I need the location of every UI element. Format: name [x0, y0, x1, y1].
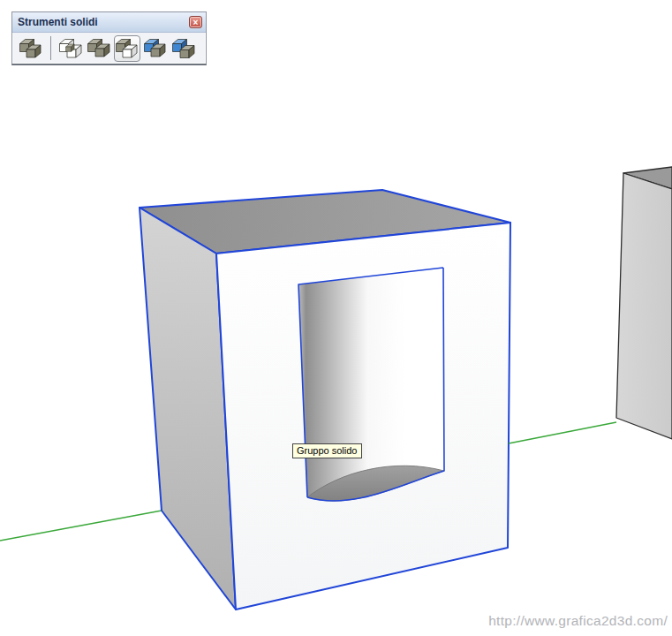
viewport-3d [0, 0, 672, 636]
solid-group-box[interactable] [140, 190, 510, 610]
tool-button-subtract[interactable] [114, 35, 140, 62]
solid-group-tooltip: Gruppo solido [292, 443, 362, 458]
outer-shell-icon [19, 39, 42, 58]
tool-button-intersect[interactable] [57, 35, 84, 62]
close-button[interactable]: × [189, 16, 202, 28]
toolbar-buttons-row [12, 33, 206, 64]
green-axis-right [509, 422, 616, 443]
tool-button-trim[interactable] [142, 35, 169, 62]
subtract-icon [116, 39, 139, 58]
split-icon [172, 39, 195, 58]
green-axis-left [0, 511, 162, 541]
union-icon [87, 39, 110, 58]
solid-tools-toolbar: Strumenti solidi × [11, 11, 207, 65]
intersect-icon [59, 39, 82, 58]
tool-button-union[interactable] [86, 35, 112, 62]
neighbor-box[interactable] [616, 167, 672, 439]
hole-interior-wall[interactable] [298, 268, 444, 501]
tool-button-outer-shell[interactable] [18, 35, 44, 62]
tool-button-split[interactable] [170, 35, 197, 62]
toolbar-separator [50, 36, 51, 60]
neighbor-front-face[interactable] [616, 173, 672, 439]
toolbar-titlebar[interactable]: Strumenti solidi × [12, 12, 206, 33]
watermark-url: http://www.grafica2d3d.com/ [488, 613, 668, 629]
trim-icon [144, 39, 167, 58]
sketchup-viewport: { "toolbar": { "title": "Strumenti solid… [0, 0, 672, 636]
toolbar-title: Strumenti solidi [18, 16, 98, 28]
